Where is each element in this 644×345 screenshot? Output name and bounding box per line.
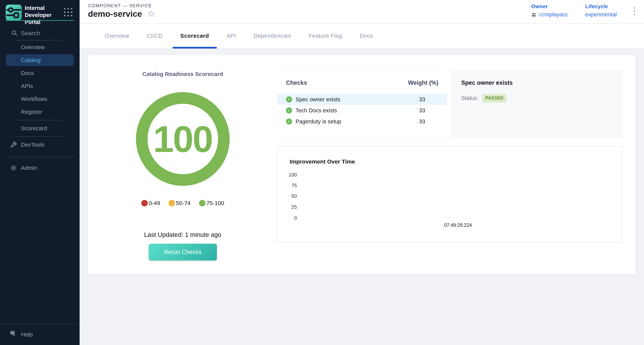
status-badge: PASSED — [482, 94, 506, 102]
y-axis-tick: 75 — [278, 182, 297, 188]
y-axis-tick: 25 — [278, 204, 297, 210]
wrench-icon — [10, 142, 17, 148]
last-updated-text: Last Updated: 1 minute ago — [144, 231, 221, 238]
entity-header: COMPONENT — SERVICE demo-service Owner — [80, 0, 644, 24]
weight-column-header: Weight (%) — [408, 80, 438, 86]
page-title: demo-service — [88, 9, 142, 19]
check-row-tech-docs[interactable]: ✓ Tech Docs exists 33 — [278, 105, 447, 116]
checks-table-header: Checks Weight (%) — [278, 70, 447, 86]
search-input[interactable]: Search — [0, 27, 80, 40]
lifecycle-block: Lifecycle experimental — [585, 4, 617, 18]
sidebar-item-register[interactable]: Register — [0, 106, 80, 118]
search-placeholder: Search — [21, 30, 40, 37]
sidebar-accent-divider — [6, 20, 74, 21]
kebab-menu-icon[interactable] — [634, 7, 635, 16]
sidebar-nav: Overview Catalog Docs APIs Workflows Reg… — [0, 41, 80, 151]
chart-title: Improvement Over Time — [290, 158, 355, 165]
portal-title: Internal Developer Portal — [25, 4, 61, 26]
score-legend: 0-49 50-74 75-100 — [141, 200, 224, 206]
legend-item-mid: 50-74 — [168, 200, 190, 206]
tab-cicd[interactable]: CI/CD — [138, 24, 172, 48]
score-ring: 100 — [136, 92, 230, 186]
legend-item-low: 0-49 — [141, 200, 160, 206]
sidebar-item-help[interactable]: ? Help — [0, 324, 80, 345]
sidebar-item-overview[interactable]: Overview — [0, 41, 80, 54]
score-value: 100 — [153, 118, 212, 160]
tab-overview[interactable]: Overview — [96, 24, 138, 48]
tab-scorecard[interactable]: Scorecard — [172, 24, 218, 48]
check-row-spec-owner[interactable]: ✓ Spec owner exists 33 — [278, 94, 447, 105]
scorecard-title: Catalog Readiness Scorecard — [142, 71, 223, 77]
owner-label: Owner — [531, 4, 568, 10]
search-underline — [16, 40, 60, 40]
sidebar-item-scorecard[interactable]: Scorecard — [0, 122, 80, 135]
sidebar-item-devtools[interactable]: DevTools — [0, 138, 80, 151]
tab-feature-flag[interactable]: Feature Flag — [300, 24, 351, 48]
score-column: Catalog Readiness Scorecard 100 0-49 50-… — [88, 55, 278, 274]
favorite-star-icon[interactable] — [148, 10, 156, 18]
sidebar-divider — [16, 136, 63, 137]
check-passed-icon: ✓ — [286, 96, 292, 102]
legend-dot-yellow — [168, 200, 175, 206]
sidebar-item-admin[interactable]: Admin — [0, 162, 80, 174]
scorecard-card: Catalog Readiness Scorecard 100 0-49 50-… — [88, 55, 636, 274]
tab-api[interactable]: API — [218, 24, 245, 48]
y-axis-tick: 50 — [278, 193, 297, 199]
gear-icon — [10, 165, 17, 171]
breadcrumb: COMPONENT — SERVICE — [88, 3, 152, 8]
portal-logo-icon — [6, 4, 22, 20]
sidebar-divider — [16, 120, 63, 120]
check-detail-title: Spec owner exists — [461, 80, 613, 86]
status-label: Status: — [461, 95, 478, 101]
sidebar-item-apis[interactable]: APIs — [0, 80, 80, 92]
owner-link[interactable]: ccmplayacc — [531, 12, 568, 18]
main-area: COMPONENT — SERVICE demo-service Owner — [80, 0, 644, 345]
sidebar: Internal Developer Portal Search Overvie… — [0, 0, 80, 345]
y-axis-tick: 0 — [278, 215, 297, 221]
sidebar-item-docs[interactable]: Docs — [0, 67, 80, 80]
check-row-pagerduty[interactable]: ✓ Pagerduty is setup 33 — [278, 116, 447, 127]
checks-panel: Checks Weight (%) ✓ Spec owner exists 33… — [278, 70, 447, 138]
improvement-chart: Improvement Over Time 100 75 50 25 0 07:… — [278, 146, 622, 242]
check-passed-icon: ✓ — [286, 108, 292, 114]
tab-dependencies[interactable]: Dependencies — [245, 24, 300, 48]
legend-item-high: 75-100 — [199, 200, 224, 206]
people-icon — [531, 12, 537, 18]
tab-docs[interactable]: Docs — [351, 24, 382, 48]
checks-column-header: Checks — [286, 80, 307, 86]
apps-grid-icon[interactable] — [64, 8, 72, 16]
y-axis-tick: 100 — [278, 172, 297, 178]
help-chat-icon: ? — [10, 330, 17, 339]
check-detail-panel: Spec owner exists Status: PASSED — [452, 70, 622, 138]
svg-text:?: ? — [12, 331, 13, 334]
sidebar-divider — [5, 156, 74, 157]
owner-block: Owner ccmplayacc — [531, 4, 568, 18]
legend-dot-red — [141, 200, 148, 206]
app-root: Internal Developer Portal Search Overvie… — [0, 0, 644, 345]
lifecycle-label: Lifecycle — [585, 4, 617, 10]
sidebar-footer: ? Help — [0, 324, 80, 345]
x-axis-tick: 07:49:29.224 — [437, 222, 479, 228]
entity-meta: Owner ccmplayacc Lifecycle — [531, 4, 635, 18]
sidebar-item-catalog[interactable]: Catalog — [6, 54, 74, 66]
app-logo[interactable] — [6, 4, 22, 20]
entity-tabs: Overview CI/CD Scorecard API Dependencie… — [80, 24, 644, 48]
legend-dot-green — [199, 200, 206, 206]
check-passed-icon: ✓ — [286, 118, 292, 124]
lifecycle-value: experimental — [585, 12, 617, 18]
sidebar-item-workflows[interactable]: Workflows — [0, 92, 80, 106]
rerun-checks-button[interactable]: Rerun Checks — [149, 244, 217, 260]
search-icon — [11, 30, 18, 36]
